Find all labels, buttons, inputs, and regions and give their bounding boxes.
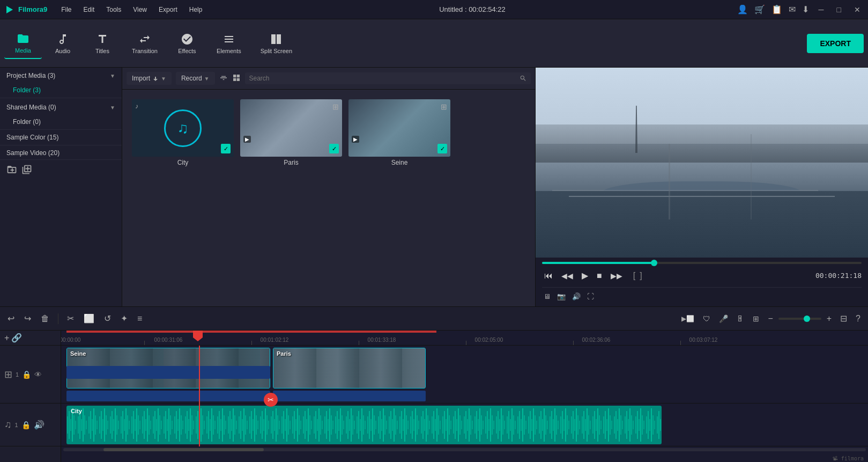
filter-icon[interactable] <box>219 74 228 84</box>
search-input[interactable] <box>249 75 516 82</box>
menu-file[interactable]: File <box>56 4 77 16</box>
resize-button[interactable]: ⛶ <box>585 291 596 302</box>
menu-edit[interactable]: Edit <box>78 4 100 16</box>
add-media-button[interactable] <box>21 164 32 175</box>
rotate-button[interactable]: ↺ <box>101 311 114 326</box>
city-music-clip[interactable]: City <box>66 406 662 444</box>
seine-audio-strip <box>66 366 270 379</box>
account-icon[interactable]: 👤 <box>737 4 748 14</box>
stop-button[interactable]: ■ <box>595 269 604 283</box>
menu-tools[interactable]: Tools <box>101 4 127 16</box>
cut-button[interactable]: ✂ <box>64 311 77 326</box>
add-folder-button[interactable] <box>6 164 17 175</box>
progress-bar[interactable] <box>542 262 862 264</box>
mark-out-icon[interactable]: ] <box>640 271 642 281</box>
track-lock-button[interactable]: 🔒 <box>22 370 31 379</box>
shared-media-header[interactable]: Shared Media (0) ▼ <box>0 99 122 115</box>
paris-clip-label: Paris <box>277 350 291 357</box>
record-button[interactable]: Record ▼ <box>176 72 215 85</box>
export-button[interactable]: EXPORT <box>807 34 864 53</box>
audio-note-icon: ♪ <box>135 102 138 110</box>
maximize-button[interactable]: □ <box>834 4 844 15</box>
folder-3-item[interactable]: Folder (3) <box>0 84 122 97</box>
help-button[interactable]: ? <box>852 312 864 326</box>
seine-audio-bar <box>66 391 270 401</box>
audio-mix-button[interactable]: 🎚 <box>733 312 747 325</box>
audio-circle: ♫ <box>164 109 202 147</box>
media-toolbar: Import ▼ Record ▼ <box>122 68 535 90</box>
step-forward-button[interactable]: ▶▶ <box>609 269 625 282</box>
rewind-button[interactable]: ⏮ <box>542 269 555 283</box>
media-thumb-city: ♪ ♫ ✓ <box>132 99 234 157</box>
zoom-in-button[interactable]: + <box>824 312 835 326</box>
screenshot-button[interactable]: 📷 <box>555 291 567 302</box>
ruler-mark-0: 00:00:00:00 <box>61 337 80 343</box>
media-item-city[interactable]: ♪ ♫ ✓ City <box>132 99 234 166</box>
progress-thumb <box>651 260 657 266</box>
paris-video-clip[interactable]: Paris <box>273 348 426 388</box>
horizontal-scrollbar[interactable] <box>63 448 866 451</box>
grid-view-icon[interactable] <box>232 74 241 84</box>
link-button[interactable]: 🔗 <box>11 333 22 343</box>
project-media-header[interactable]: Project Media (3) ▼ <box>0 68 122 84</box>
video-track-icon: ⊞ <box>4 369 12 380</box>
close-button[interactable]: ✕ <box>851 4 864 15</box>
add-clip-button[interactable]: + <box>4 333 9 343</box>
menu-export[interactable]: Export <box>153 4 183 16</box>
zoom-slider[interactable] <box>778 318 821 320</box>
media-item-paris[interactable]: ⊞ ▶ ✓ Paris <box>240 99 342 166</box>
toolbar-effects[interactable]: Effects <box>168 28 206 58</box>
toolbar-transition[interactable]: Transition <box>123 28 166 58</box>
titlebar-right: 👤 🛒 📋 ✉ ⬇ ─ □ ✕ <box>737 4 864 15</box>
sample-video-item[interactable]: Sample Video (20) <box>0 146 122 159</box>
cart-icon[interactable]: 🛒 <box>754 4 765 14</box>
redo-button[interactable]: ↪ <box>21 311 34 326</box>
toolbar-titles[interactable]: Titles <box>84 28 121 58</box>
folder-0-item[interactable]: Folder (0) <box>0 115 122 128</box>
mail-icon[interactable]: ✉ <box>789 4 796 14</box>
dual-view-button[interactable]: ⊟ <box>837 311 850 326</box>
menu-help[interactable]: Help <box>184 4 208 16</box>
volume-button[interactable]: 🔊 <box>570 291 582 302</box>
audio-lock-button[interactable]: 🔒 <box>21 421 31 429</box>
settings-button[interactable]: ≡ <box>134 312 145 326</box>
video-track-num: 1 <box>16 371 19 378</box>
filmora-watermark: 📽 filmora <box>833 456 864 461</box>
toolbar-audio[interactable]: Audio <box>44 28 81 58</box>
menu-view[interactable]: View <box>128 4 152 16</box>
enable-video-button[interactable]: ▶⬜ <box>678 313 698 325</box>
ruler-tick-4 <box>466 341 466 345</box>
split-button[interactable]: ⊞ <box>750 312 762 325</box>
mic-button[interactable]: 🎤 <box>716 312 731 325</box>
sample-color-item[interactable]: Sample Color (15) <box>0 131 122 144</box>
preview-controls: ⏮ ◀◀ ▶ ■ ▶▶ [ ] 00:00:21:18 🖥 📷 🔊 ⛶ <box>536 258 868 306</box>
undo-button[interactable]: ↩ <box>4 311 18 326</box>
audio-volume-button[interactable]: 🔊 <box>34 420 44 430</box>
toolbar-elements[interactable]: Elements <box>208 28 250 58</box>
media-item-seine[interactable]: ⊞ ▶ ✓ Seine <box>348 99 450 166</box>
timeline-right-controls: ▶⬜ 🛡 🎤 🎚 ⊞ − + ⊟ ? <box>678 311 864 326</box>
download-icon[interactable]: ⬇ <box>802 4 809 14</box>
video-track-row: Seine Paris <box>61 346 868 404</box>
clipboard-icon[interactable]: 📋 <box>771 4 782 14</box>
color-button[interactable]: ✦ <box>117 311 131 326</box>
play-button[interactable]: ▶ <box>580 268 590 283</box>
fullscreen-preview-button[interactable]: 🖥 <box>542 291 552 302</box>
step-back-button[interactable]: ◀◀ <box>559 269 575 282</box>
delete-button[interactable]: 🗑 <box>38 312 53 326</box>
toolbar-splitscreen[interactable]: Split Screen <box>252 28 301 58</box>
track-eye-button[interactable]: 👁 <box>34 370 42 379</box>
main-toolbar: Media Audio Titles Transition Effects El… <box>0 19 868 68</box>
mark-in-icon[interactable]: [ <box>633 271 635 281</box>
crop-button[interactable]: ⬜ <box>80 311 98 326</box>
waveform-svg <box>66 406 662 444</box>
paris-check: ✓ <box>329 144 339 153</box>
ruler-mark-6: 00:03:07:12 <box>689 337 718 343</box>
toolbar-media[interactable]: Media <box>4 28 42 59</box>
minimize-button[interactable]: ─ <box>815 4 827 15</box>
horizontal-scrollbar-row <box>61 446 868 453</box>
shield-button[interactable]: 🛡 <box>700 312 714 325</box>
zoom-out-button[interactable]: − <box>765 312 776 326</box>
ruler-mark-4: 00:02:05:00 <box>475 337 503 343</box>
import-button[interactable]: Import ▼ <box>127 72 172 85</box>
